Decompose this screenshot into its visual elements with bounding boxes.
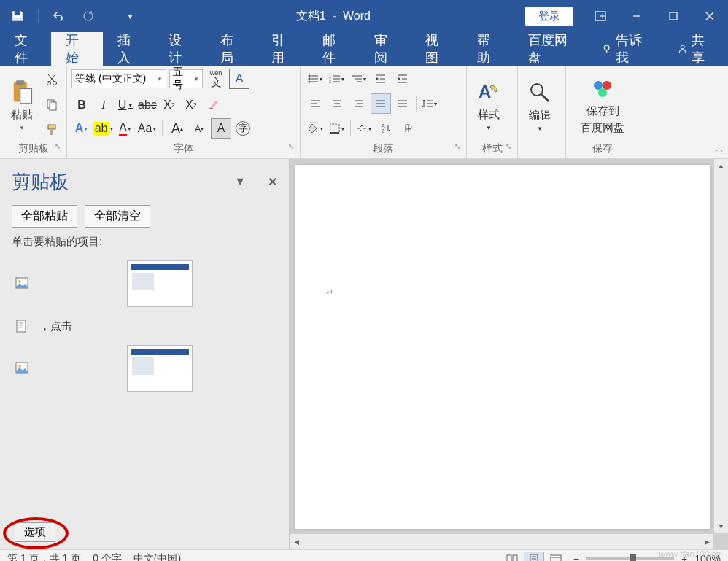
sort-button[interactable]: AZ (376, 118, 396, 139)
tab-layout[interactable]: 布局 (206, 32, 257, 66)
read-mode-icon[interactable] (502, 552, 522, 562)
document-area[interactable]: ↵ ▲ ▼ ◀ ▶ (290, 159, 728, 549)
clip-item[interactable] (12, 255, 277, 313)
minimize-icon[interactable] (619, 0, 655, 32)
text-effects-button[interactable]: A▼ (71, 118, 92, 139)
increase-indent-button[interactable] (392, 69, 413, 89)
paragraph-launcher-icon[interactable]: ⤡ (454, 142, 460, 150)
svg-rect-79 (551, 555, 561, 562)
align-left-button[interactable] (305, 93, 325, 114)
tab-mail[interactable]: 邮件 (308, 32, 359, 66)
redo-icon[interactable] (77, 4, 100, 28)
clip-item[interactable] (12, 339, 277, 398)
clip-item[interactable]: ，点击 (12, 313, 277, 339)
paste-all-button[interactable]: 全部粘贴 (12, 205, 77, 228)
clear-all-button[interactable]: 全部清空 (85, 205, 150, 228)
line-spacing-button[interactable]: ▼ (419, 93, 440, 114)
numbering-button[interactable]: 123▼ (327, 69, 347, 89)
editing-button[interactable]: 编辑▼ (522, 69, 557, 142)
close-icon[interactable] (692, 0, 728, 32)
italic-button[interactable]: I (93, 95, 114, 115)
styles-launcher-icon[interactable]: ⤡ (506, 142, 511, 150)
phonetic-guide-icon[interactable]: wén文 (206, 69, 226, 89)
strikethrough-button[interactable]: abc (137, 95, 158, 115)
superscript-button[interactable]: X2 (181, 95, 201, 115)
copy-icon[interactable] (42, 95, 61, 114)
tab-view[interactable]: 视图 (411, 32, 462, 66)
clear-format-icon[interactable] (203, 95, 223, 115)
tab-references[interactable]: 引用 (257, 32, 308, 66)
ribbon-display-icon[interactable] (582, 0, 619, 32)
scroll-down-icon[interactable]: ▼ (714, 520, 728, 533)
tab-home[interactable]: 开始 (51, 32, 102, 66)
borders-button[interactable]: ▼ (327, 118, 347, 139)
tab-help[interactable]: 帮助 (462, 32, 514, 66)
font-name-select[interactable]: 等线 (中文正文)▼ (71, 69, 166, 88)
login-button[interactable]: 登录 (525, 7, 573, 26)
clipboard-launcher-icon[interactable]: ⤡ (55, 142, 61, 150)
change-case-button[interactable]: Aa▼ (137, 118, 158, 139)
web-layout-icon[interactable] (546, 552, 566, 562)
align-right-button[interactable] (349, 93, 369, 114)
cut-icon[interactable] (42, 70, 61, 89)
svg-point-5 (604, 45, 609, 50)
bold-button[interactable]: B (71, 95, 92, 115)
zoom-level[interactable]: 100% (694, 553, 721, 562)
scroll-left-icon[interactable]: ◀ (290, 534, 303, 549)
char-border-icon[interactable]: A (229, 69, 249, 89)
document-page[interactable]: ↵ (295, 165, 710, 529)
scroll-up-icon[interactable]: ▲ (714, 159, 728, 172)
pane-dropdown-icon[interactable]: ▼ (234, 175, 246, 189)
collapse-ribbon-icon[interactable]: ︿ (715, 143, 724, 155)
multilevel-list-button[interactable]: ▼ (349, 69, 369, 89)
tab-design[interactable]: 设计 (154, 32, 205, 66)
decrease-indent-button[interactable] (371, 69, 391, 89)
svg-point-19 (308, 78, 310, 80)
shading-button[interactable]: ▼ (305, 118, 325, 139)
pane-close-icon[interactable]: ✕ (268, 175, 277, 189)
styles-button[interactable]: A 样式▼ (471, 69, 506, 141)
tab-insert[interactable]: 插入 (103, 32, 154, 66)
qat-dropdown-icon[interactable]: ▾ (118, 4, 142, 28)
share-button[interactable]: 共享 (663, 32, 728, 66)
format-painter-icon[interactable] (42, 120, 61, 139)
zoom-out-icon[interactable]: − (573, 553, 579, 562)
language-status[interactable]: 中文(中国) (133, 552, 181, 562)
bullets-button[interactable]: ▼ (305, 69, 325, 89)
distributed-button[interactable] (392, 93, 413, 114)
pane-hint: 单击要粘贴的项目: (12, 235, 277, 249)
underline-button[interactable]: U▼ (115, 95, 136, 115)
horizontal-scrollbar[interactable]: ◀ ▶ (290, 533, 713, 549)
align-center-button[interactable] (327, 93, 347, 114)
page-status[interactable]: 第 1 页，共 1 页 (7, 552, 81, 562)
tell-me-button[interactable]: 告诉我 (587, 32, 663, 66)
options-button[interactable]: 选项 (15, 522, 55, 542)
font-size-select[interactable]: 五号▼ (169, 69, 203, 88)
char-shading-icon[interactable]: A (211, 118, 231, 139)
enclose-char-icon[interactable]: 字 (233, 118, 253, 139)
grow-font-button[interactable]: A▴ (167, 118, 187, 139)
vertical-scrollbar[interactable]: ▲ ▼ (713, 159, 728, 533)
paste-button[interactable]: 粘贴 ▼ (4, 69, 39, 141)
tab-baidu[interactable]: 百度网盘 (514, 32, 587, 66)
tab-review[interactable]: 审阅 (360, 32, 411, 66)
font-color-button[interactable]: A▼ (115, 118, 136, 139)
justify-button[interactable] (371, 93, 391, 114)
show-marks-button[interactable] (398, 118, 418, 139)
scroll-right-icon[interactable]: ▶ (700, 534, 713, 549)
highlight-button[interactable]: ab▼ (93, 118, 114, 139)
baidu-save-button[interactable]: 保存到 百度网盘 (570, 69, 635, 141)
svg-rect-14 (50, 102, 56, 110)
save-icon[interactable] (6, 4, 29, 28)
word-count[interactable]: 0 个字 (93, 552, 122, 562)
zoom-slider[interactable] (586, 557, 674, 560)
maximize-icon[interactable] (655, 0, 692, 32)
subscript-button[interactable]: X2 (159, 95, 179, 115)
tab-file[interactable]: 文件 (0, 32, 51, 66)
asian-justify-button[interactable]: ▼ (354, 118, 374, 139)
shrink-font-button[interactable]: A▾ (189, 118, 209, 139)
font-launcher-icon[interactable]: ⤡ (288, 142, 294, 150)
zoom-in-icon[interactable]: + (681, 553, 687, 562)
undo-icon[interactable] (47, 4, 71, 28)
print-layout-icon[interactable] (524, 552, 544, 562)
